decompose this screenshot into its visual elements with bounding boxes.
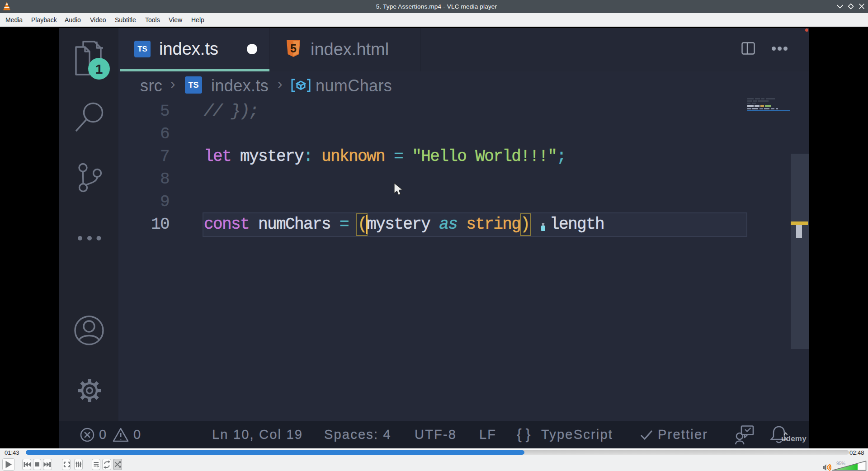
svg-text:1: 1 [95,61,103,76]
svg-text:5: 5 [290,42,297,55]
